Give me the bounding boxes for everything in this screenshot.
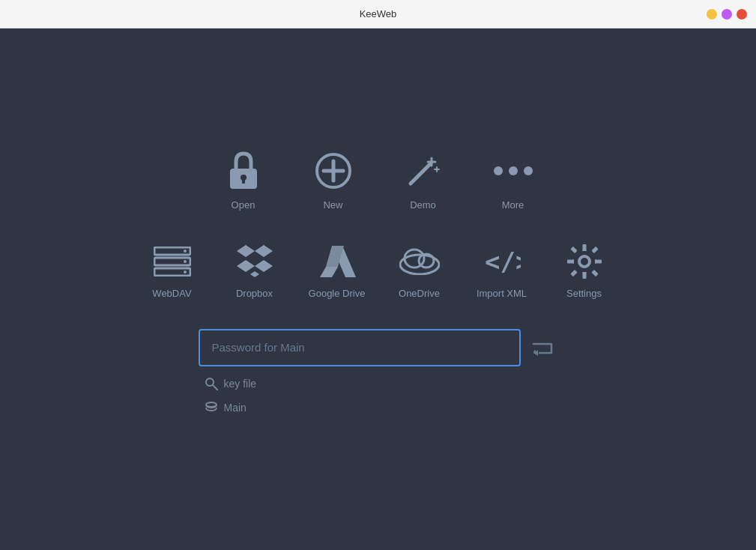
svg-line-43: [213, 385, 217, 390]
svg-rect-36: [596, 259, 602, 263]
dropbox-icon: [234, 241, 275, 282]
svg-point-19: [184, 271, 187, 274]
close-button[interactable]: [737, 9, 747, 19]
svg-rect-38: [591, 246, 598, 253]
traffic-lights: [707, 9, 747, 19]
new-button[interactable]: New: [303, 148, 363, 211]
minimize-button[interactable]: [707, 9, 717, 19]
svg-marker-20: [237, 245, 255, 257]
open-label: Open: [232, 199, 255, 211]
app-title: KeeWeb: [360, 8, 397, 19]
new-icon: [311, 148, 356, 193]
svg-rect-35: [567, 259, 573, 263]
database-row[interactable]: Main: [199, 398, 558, 417]
more-icon: [491, 148, 536, 193]
webdav-icon: [151, 241, 193, 282]
settings-button[interactable]: Settings: [551, 241, 618, 299]
key-icon: [205, 377, 218, 390]
open-button[interactable]: Open: [214, 148, 273, 211]
database-icon: [205, 401, 218, 414]
svg-rect-37: [570, 246, 577, 253]
storage-row: WebDAV Dropbox: [139, 241, 618, 299]
importxml-button[interactable]: </> Import XML: [468, 241, 536, 299]
onedrive-button[interactable]: OneDrive: [386, 241, 453, 299]
main-content: Open New: [0, 28, 756, 550]
svg-line-6: [411, 163, 431, 184]
svg-point-18: [184, 260, 187, 263]
password-input-row: [199, 329, 558, 366]
svg-point-11: [494, 166, 503, 175]
svg-point-32: [579, 256, 590, 267]
demo-icon: [401, 148, 446, 193]
googledrive-label: Google Drive: [309, 288, 366, 299]
onedrive-label: OneDrive: [399, 288, 440, 299]
webdav-button[interactable]: WebDAV: [139, 241, 206, 299]
svg-rect-39: [570, 269, 577, 276]
webdav-label: WebDAV: [152, 288, 191, 299]
svg-marker-24: [250, 271, 259, 277]
settings-label: Settings: [566, 288, 602, 299]
svg-marker-22: [237, 260, 255, 272]
more-label: More: [502, 199, 524, 211]
enter-icon: [532, 339, 553, 356]
enter-button[interactable]: [527, 332, 558, 363]
svg-rect-33: [582, 244, 586, 250]
googledrive-button[interactable]: Google Drive: [303, 241, 371, 299]
svg-rect-34: [582, 273, 586, 279]
database-name-label: Main: [224, 402, 247, 414]
title-bar: KeeWeb: [0, 0, 756, 28]
demo-button[interactable]: Demo: [393, 148, 453, 211]
svg-marker-23: [255, 260, 273, 272]
dropbox-label: Dropbox: [236, 288, 273, 299]
svg-marker-26: [320, 267, 338, 277]
dropbox-button[interactable]: Dropbox: [221, 241, 288, 299]
svg-rect-2: [242, 179, 245, 184]
importxml-label: Import XML: [477, 288, 527, 299]
action-row: Open New: [214, 148, 543, 211]
key-file-label: key file: [224, 378, 257, 390]
open-icon: [221, 148, 266, 193]
settings-icon: [563, 241, 605, 282]
maximize-button[interactable]: [722, 9, 732, 19]
svg-rect-40: [591, 269, 598, 276]
svg-point-12: [509, 166, 518, 175]
svg-point-13: [524, 166, 533, 175]
password-area: key file Main: [199, 329, 558, 417]
demo-label: Demo: [410, 199, 436, 211]
svg-point-44: [206, 402, 217, 407]
svg-point-17: [184, 250, 187, 253]
googledrive-icon: [316, 241, 357, 282]
password-input[interactable]: [199, 329, 521, 366]
key-file-row[interactable]: key file: [199, 374, 558, 393]
svg-text:</>: </>: [485, 247, 521, 276]
onedrive-icon: [399, 241, 440, 282]
svg-marker-21: [255, 245, 273, 257]
importxml-icon: </>: [481, 241, 522, 282]
new-label: New: [323, 199, 342, 211]
more-button[interactable]: More: [483, 148, 543, 211]
